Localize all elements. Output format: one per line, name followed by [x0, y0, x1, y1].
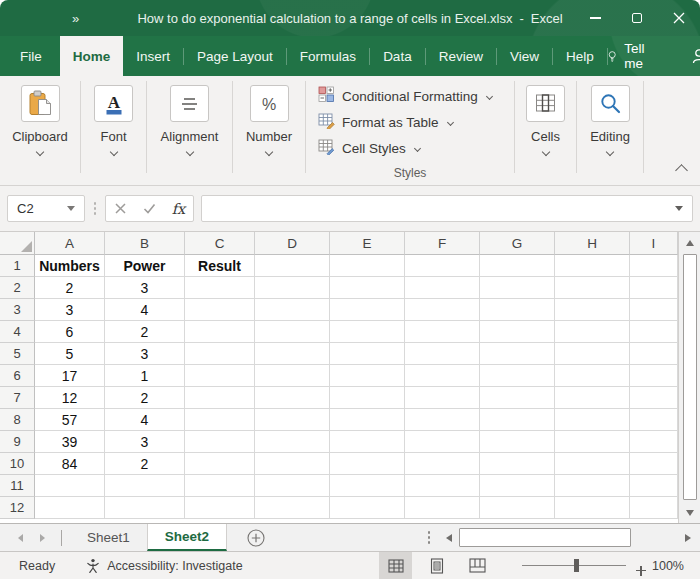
column-header-G[interactable]: G	[480, 232, 555, 255]
cell-I3[interactable]	[630, 299, 678, 321]
group-cells[interactable]: Cells	[515, 76, 576, 185]
cell-C5[interactable]	[185, 343, 255, 365]
cell-E12[interactable]	[330, 497, 405, 519]
cell-B2[interactable]: 3	[105, 277, 185, 299]
cell-G6[interactable]	[480, 365, 555, 387]
tab-scrollbar-splitter[interactable]	[428, 524, 431, 551]
cancel-button[interactable]	[106, 196, 135, 221]
row-header-11[interactable]: 11	[0, 475, 35, 497]
next-sheet-button[interactable]	[40, 534, 45, 542]
cell-D3[interactable]	[255, 299, 330, 321]
cell-G4[interactable]	[480, 321, 555, 343]
group-number[interactable]: %Number	[233, 76, 305, 185]
cell-C12[interactable]	[185, 497, 255, 519]
cell-G2[interactable]	[480, 277, 555, 299]
cell-D10[interactable]	[255, 453, 330, 475]
cell-G1[interactable]	[480, 255, 555, 277]
horizontal-scroll-thumb[interactable]	[459, 528, 631, 547]
column-header-E[interactable]: E	[330, 232, 405, 255]
group-editing[interactable]: Editing	[577, 76, 643, 185]
cell-I2[interactable]	[630, 277, 678, 299]
cell-A6[interactable]: 17	[35, 365, 105, 387]
group-font[interactable]: AFont	[81, 76, 146, 185]
cell-G8[interactable]	[480, 409, 555, 431]
cell-A3[interactable]: 3	[35, 299, 105, 321]
cell-B10[interactable]: 2	[105, 453, 185, 475]
horizontal-scrollbar[interactable]	[438, 524, 700, 551]
cell-F10[interactable]	[405, 453, 480, 475]
cell-B12[interactable]	[105, 497, 185, 519]
cell-C7[interactable]	[185, 387, 255, 409]
cell-G5[interactable]	[480, 343, 555, 365]
new-sheet-button[interactable]	[247, 524, 265, 551]
cell-styles-button[interactable]: Cell Styles	[318, 135, 514, 161]
cell-I6[interactable]	[630, 365, 678, 387]
normal-view-button[interactable]	[379, 552, 412, 579]
cell-C9[interactable]	[185, 431, 255, 453]
tell-me-button[interactable]: Tell me	[608, 41, 650, 71]
cell-G11[interactable]	[480, 475, 555, 497]
tab-formulas[interactable]: Formulas	[287, 36, 369, 76]
cell-E2[interactable]	[330, 277, 405, 299]
sheet-tab-sheet1[interactable]: Sheet1	[70, 524, 147, 551]
cell-E10[interactable]	[330, 453, 405, 475]
cell-H2[interactable]	[555, 277, 630, 299]
cell-F6[interactable]	[405, 365, 480, 387]
cell-H8[interactable]	[555, 409, 630, 431]
cell-A9[interactable]: 39	[35, 431, 105, 453]
enter-button[interactable]	[135, 196, 164, 221]
cell-D2[interactable]	[255, 277, 330, 299]
cell-B6[interactable]: 1	[105, 365, 185, 387]
cell-I12[interactable]	[630, 497, 678, 519]
cell-A5[interactable]: 5	[35, 343, 105, 365]
cell-D12[interactable]	[255, 497, 330, 519]
cell-C4[interactable]	[185, 321, 255, 343]
column-header-A[interactable]: A	[35, 232, 105, 255]
sheet-tab-sheet2[interactable]: Sheet2	[147, 524, 227, 551]
row-header-9[interactable]: 9	[0, 431, 35, 453]
cell-B1[interactable]: Power	[105, 255, 185, 277]
cell-D5[interactable]	[255, 343, 330, 365]
cell-H7[interactable]	[555, 387, 630, 409]
cell-H9[interactable]	[555, 431, 630, 453]
cell-C11[interactable]	[185, 475, 255, 497]
cell-E11[interactable]	[330, 475, 405, 497]
accessibility-status-button[interactable]: Accessibility: Investigate	[85, 558, 242, 574]
cell-B11[interactable]	[105, 475, 185, 497]
row-header-8[interactable]: 8	[0, 409, 35, 431]
cell-F5[interactable]	[405, 343, 480, 365]
tab-page-layout[interactable]: Page Layout	[184, 36, 286, 76]
page-layout-view-button[interactable]	[420, 552, 453, 579]
cell-I7[interactable]	[630, 387, 678, 409]
tab-home[interactable]: Home	[60, 36, 124, 76]
row-header-1[interactable]: 1	[0, 255, 35, 277]
cell-C8[interactable]	[185, 409, 255, 431]
cell-D9[interactable]	[255, 431, 330, 453]
cell-H4[interactable]	[555, 321, 630, 343]
cell-H1[interactable]	[555, 255, 630, 277]
cell-F12[interactable]	[405, 497, 480, 519]
format-as-table-button[interactable]: Format as Table	[318, 109, 514, 135]
row-header-6[interactable]: 6	[0, 365, 35, 387]
cell-I5[interactable]	[630, 343, 678, 365]
column-header-H[interactable]: H	[555, 232, 630, 255]
cell-E1[interactable]	[330, 255, 405, 277]
cell-F7[interactable]	[405, 387, 480, 409]
row-header-3[interactable]: 3	[0, 299, 35, 321]
insert-function-button[interactable]: fx	[164, 196, 193, 221]
cell-F2[interactable]	[405, 277, 480, 299]
group-clipboard[interactable]: Clipboard	[0, 76, 80, 185]
cell-F4[interactable]	[405, 321, 480, 343]
tab-review[interactable]: Review	[426, 36, 496, 76]
cell-F9[interactable]	[405, 431, 480, 453]
cell-G3[interactable]	[480, 299, 555, 321]
cell-F11[interactable]	[405, 475, 480, 497]
cell-I8[interactable]	[630, 409, 678, 431]
cell-A10[interactable]: 84	[35, 453, 105, 475]
formula-input[interactable]	[201, 195, 693, 222]
tab-view[interactable]: View	[497, 36, 552, 76]
cell-G12[interactable]	[480, 497, 555, 519]
cell-I9[interactable]	[630, 431, 678, 453]
cell-B7[interactable]: 2	[105, 387, 185, 409]
previous-sheet-button[interactable]	[18, 534, 23, 542]
